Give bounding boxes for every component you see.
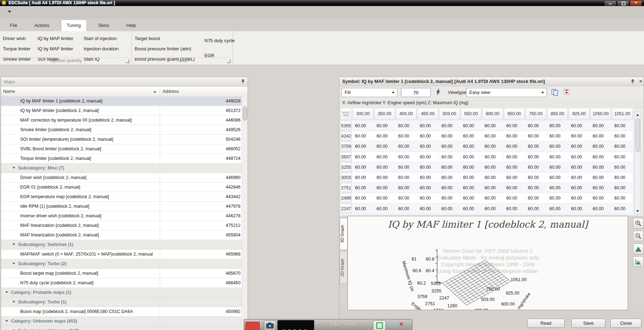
grid-cell[interactable]: 60.00 [482,173,503,183]
grid-cell[interactable]: 60.00 [417,121,438,131]
grid-cell[interactable]: 60.00 [461,162,481,172]
grid-cell[interactable]: 60.00 [396,183,417,193]
grid-cell[interactable]: 60.00 [547,152,568,162]
grid-cell[interactable]: 60.00 [396,204,417,214]
grid-row-header[interactable]: 3759 [340,141,352,151]
grid-col-header[interactable]: 750.00 [525,108,546,120]
grid-cell[interactable]: 60.00 [547,131,568,141]
map-row-subcategory-unknown-247[interactable]: Subcategory: Unknown (247) [1,326,243,330]
grid-cell[interactable]: 60.00 [612,141,633,151]
grid-cell[interactable]: 60.00 [461,152,481,162]
grid-cell[interactable]: 60.00 [504,141,525,151]
grid-cell[interactable]: 60.00 [396,173,417,183]
grid-cell[interactable]: 60.00 [396,152,417,162]
grid-cell[interactable]: 60.00 [504,152,525,162]
map-row-map-maf-switch-0-maf-257-0x101-map-codeblock-2-manual[interactable]: MAP/MAF switch (0 = MAF, 257/0x101 = MAP… [1,250,243,259]
grid-cell[interactable]: 60.00 [461,141,481,151]
grid-row-header[interactable]: 3507 [340,152,352,162]
scroll-down-icon[interactable] [636,210,639,212]
grid-cell[interactable]: 60.00 [417,131,438,141]
grid-cell[interactable]: 60.00 [525,131,546,141]
dialog-launcher-icon[interactable] [227,60,231,63]
save-button[interactable]: Save [571,319,605,328]
grid-scrollbar[interactable] [634,112,640,214]
grid-cell[interactable]: 60.00 [569,141,589,151]
grid-cell[interactable]: 60.00 [612,183,633,193]
export-map-button[interactable] [563,88,573,98]
expander-icon[interactable] [12,244,15,245]
grid-cell[interactable]: 60.00 [569,121,589,131]
grid-cell[interactable]: 60.00 [525,162,546,172]
grid-cell[interactable]: 60.00 [482,121,503,131]
grid-cell[interactable]: 60.00 [525,173,546,183]
grid-cell[interactable]: 60.00 [439,173,460,183]
grid-cell[interactable]: 60.00 [504,162,525,172]
map-row-maf-correction-by-temperature-00-codeblock-2-manual[interactable]: MAF correction by temperature 00 [codebl… [1,116,243,125]
map-row-boost-map-codeblock-2-manual-0006e1b0-c01c-da6a[interactable]: Boost map [codeblock 2, manual] 0006E1B0… [1,307,243,317]
expander-icon[interactable] [12,263,15,264]
pin-icon[interactable] [241,79,245,85]
grid-cell[interactable]: 60.00 [590,193,611,203]
grid-cell[interactable]: 60.00 [525,152,546,162]
recorder-close-button[interactable]: × [399,320,403,328]
grid-cell[interactable]: 60.00 [396,162,417,172]
grid-cell[interactable]: 60.00 [525,183,546,193]
map-row-iq-by-maf-limiter-1-codeblock-2-manual[interactable]: IQ by MAF limiter 1 [codeblock 2, manual… [1,96,243,106]
grid-cell[interactable]: 60.00 [396,121,417,131]
grid-cell[interactable]: 60.00 [439,204,460,214]
grid-col-header[interactable]: 925.00 [569,108,589,120]
grid-cell[interactable]: 60.00 [504,131,525,141]
grid-col-header[interactable]: 300.00 [352,108,373,120]
ribbon-item-torque-limiter[interactable]: Torque limiter [3,45,38,55]
grid-cell[interactable]: 60.00 [417,173,438,183]
grid-scrollbar-thumb[interactable] [635,118,640,152]
grid-cell[interactable]: 60.00 [439,183,460,193]
grid-row-header[interactable]: 2751 [340,183,352,192]
ribbon-item-target-boost[interactable]: Target boost [135,34,204,45]
grid-col-header[interactable]: 450.00 [417,108,438,120]
grid-cell[interactable]: 60.00 [569,204,589,214]
grid-cell[interactable]: 60.00 [547,121,568,131]
close-dialog-button[interactable]: Close [610,319,642,328]
grid-col-header[interactable]: 1050.00 [590,108,611,120]
grid-cell[interactable]: 60.00 [374,183,395,193]
grid-cell[interactable]: 60.00 [612,204,633,214]
screenshot-button[interactable] [264,320,276,330]
grid-cell[interactable]: 60.00 [547,204,568,214]
grid-col-header[interactable]: 400.00 [396,108,417,120]
grid-cell[interactable]: 60.00 [439,141,460,151]
grid-cell[interactable]: 60.00 [352,193,373,203]
grid-cell[interactable]: 60.00 [590,121,611,131]
map-row-map-linearization-codeblock-2-manual[interactable]: MAP linearization [codeblock 2, manual]4… [1,230,243,240]
grid-col-header[interactable]: 600.00 [482,108,503,120]
read-button[interactable]: Read [527,319,565,328]
grid-cell[interactable]: 60.00 [352,204,373,214]
grid-col-header[interactable]: 650.00 [504,108,525,120]
grid-cell[interactable]: 60.00 [482,193,503,203]
grid-cell[interactable]: 60.00 [504,121,525,131]
grid-cell[interactable]: 60.00 [396,193,417,203]
grid-cell[interactable]: 60.00 [525,193,546,203]
minimize-button[interactable] [604,0,616,6]
grid-cell[interactable]: 60.00 [374,162,395,172]
map-row-subcategory-switches-1[interactable]: Subcategory: Switches (1) [1,240,243,250]
grid-cell[interactable]: 60.00 [461,204,481,214]
grid-row-header[interactable]: 2247 [340,204,352,213]
grid-cell[interactable]: 60.00 [612,121,633,131]
maps-scrollbar[interactable] [242,96,248,330]
grid-row-header[interactable]: 5355 [340,121,352,130]
copy-table-button[interactable] [550,88,561,98]
grid-cell[interactable]: 60.00 [396,141,417,151]
grid-cell[interactable]: 60.00 [439,162,460,172]
map-row-subcategory-turbo-2[interactable]: Subcategory: Turbo (2) [1,259,243,269]
fill-mode-select[interactable]: Fill [341,88,397,97]
map-row-subcategory-turbo-1[interactable]: Subcategory: Turbo (1) [1,297,243,307]
grid-cell[interactable]: 60.00 [525,204,546,214]
ribbon-item-start-of-injection[interactable]: Start of injection [84,34,128,45]
grid-cell[interactable]: 60.00 [374,121,395,131]
expander-icon[interactable] [5,291,8,293]
pin-icon[interactable] [631,79,634,85]
grid-cell[interactable]: 60.00 [482,131,503,141]
grid-cell[interactable]: 60.00 [569,183,589,193]
ribbon-item-iq-by-maf-limiter[interactable]: IQ by MAF limiter [38,45,84,55]
